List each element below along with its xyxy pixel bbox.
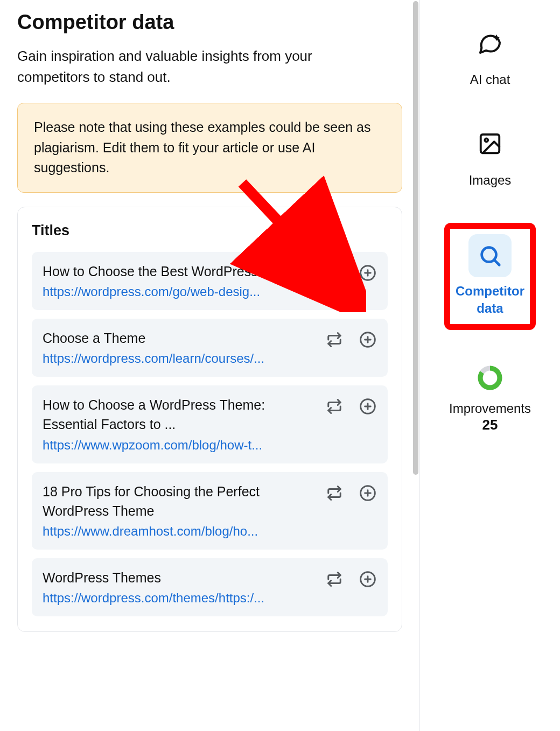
competitor-title: WordPress Themes xyxy=(43,568,318,587)
search-icon xyxy=(468,234,512,277)
sidebar-label: Competitor data xyxy=(454,283,526,316)
add-button[interactable] xyxy=(359,570,377,588)
svg-line-19 xyxy=(494,260,500,265)
sidebar-item-competitor-data[interactable]: Competitor data xyxy=(454,234,526,316)
plus-circle-icon xyxy=(359,571,376,588)
competitor-title: How to Choose a WordPress Theme: Essenti… xyxy=(43,395,318,434)
refresh-button[interactable] xyxy=(325,484,344,502)
title-item: 18 Pro Tips for Choosing the Perfect Wor… xyxy=(32,472,388,550)
refresh-button[interactable] xyxy=(325,397,344,416)
sidebar-item-images[interactable]: Images xyxy=(420,122,560,188)
improvements-count: 25 xyxy=(449,417,531,433)
add-button[interactable] xyxy=(359,264,377,282)
main-panel: Competitor data Gain inspiration and val… xyxy=(0,0,420,731)
page-subtitle: Gain inspiration and valuable insights f… xyxy=(17,46,362,88)
sidebar-label: Improvements xyxy=(449,400,531,417)
title-item: Choose a Theme https://wordpress.com/lea… xyxy=(32,319,388,377)
competitor-url[interactable]: https://wordpress.com/go/web-desig... xyxy=(43,284,318,299)
plus-circle-icon xyxy=(359,484,376,502)
title-item: How to Choose the Best WordPress Theme h… xyxy=(32,252,388,310)
sidebar-item-improvements[interactable]: Improvements 25 xyxy=(420,364,560,433)
image-icon xyxy=(468,122,512,165)
progress-ring-icon xyxy=(468,364,512,391)
competitor-url[interactable]: https://wordpress.com/learn/courses/... xyxy=(43,351,318,366)
swap-icon xyxy=(326,571,342,587)
swap-icon xyxy=(326,398,342,414)
titles-card: Titles How to Choose the Best WordPress … xyxy=(17,207,402,632)
title-item: How to Choose a WordPress Theme: Essenti… xyxy=(32,385,388,463)
sidebar-label: AI chat xyxy=(470,71,510,88)
titles-heading: Titles xyxy=(32,222,388,239)
plagiarism-warning-notice: Please note that using these examples co… xyxy=(17,103,402,193)
scrollbar-thumb[interactable] xyxy=(413,1,418,475)
page-title: Competitor data xyxy=(17,11,402,34)
competitor-url[interactable]: https://www.dreamhost.com/blog/ho... xyxy=(43,524,318,539)
sidebar-item-ai-chat[interactable]: AI chat xyxy=(420,22,560,88)
plus-circle-icon xyxy=(359,264,376,282)
refresh-button[interactable] xyxy=(325,331,344,349)
add-button[interactable] xyxy=(359,484,377,502)
chat-icon xyxy=(468,22,512,65)
sidebar: AI chat Images Competitor xyxy=(420,0,560,731)
svg-point-17 xyxy=(485,139,488,142)
competitor-url[interactable]: https://www.wpzoom.com/blog/how-t... xyxy=(43,438,318,453)
annotation-highlight-box: Competitor data xyxy=(444,223,536,329)
title-item: WordPress Themes https://wordpress.com/t… xyxy=(32,558,388,616)
swap-icon xyxy=(326,265,342,281)
refresh-button[interactable] xyxy=(325,264,344,282)
refresh-button[interactable] xyxy=(325,570,344,588)
competitor-url[interactable]: https://wordpress.com/themes/https:/... xyxy=(43,591,318,606)
scrollbar-track[interactable] xyxy=(412,0,419,731)
add-button[interactable] xyxy=(359,331,377,349)
plus-circle-icon xyxy=(359,398,376,415)
swap-icon xyxy=(326,485,342,501)
competitor-title: 18 Pro Tips for Choosing the Perfect Wor… xyxy=(43,482,318,521)
swap-icon xyxy=(326,332,342,348)
plus-circle-icon xyxy=(359,331,376,348)
competitor-title: Choose a Theme xyxy=(43,328,318,348)
competitor-title: How to Choose the Best WordPress Theme xyxy=(43,262,318,281)
add-button[interactable] xyxy=(359,397,377,416)
sidebar-label: Images xyxy=(469,172,512,188)
